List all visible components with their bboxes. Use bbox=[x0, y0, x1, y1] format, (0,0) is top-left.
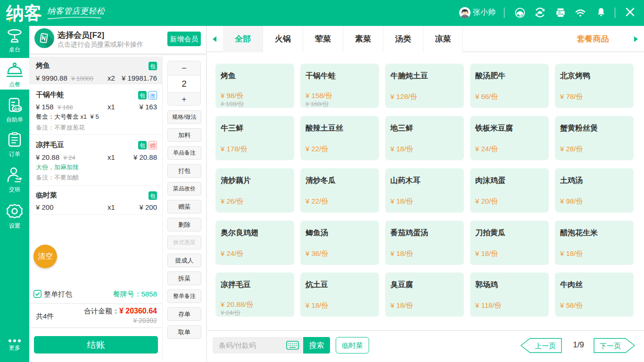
svg-text:下一页: 下一页 bbox=[600, 342, 621, 350]
svg-text:纳客: 纳客 bbox=[6, 3, 42, 23]
svg-text:自助: 自助 bbox=[14, 107, 22, 111]
svg-text:上一页: 上一页 bbox=[535, 342, 556, 350]
